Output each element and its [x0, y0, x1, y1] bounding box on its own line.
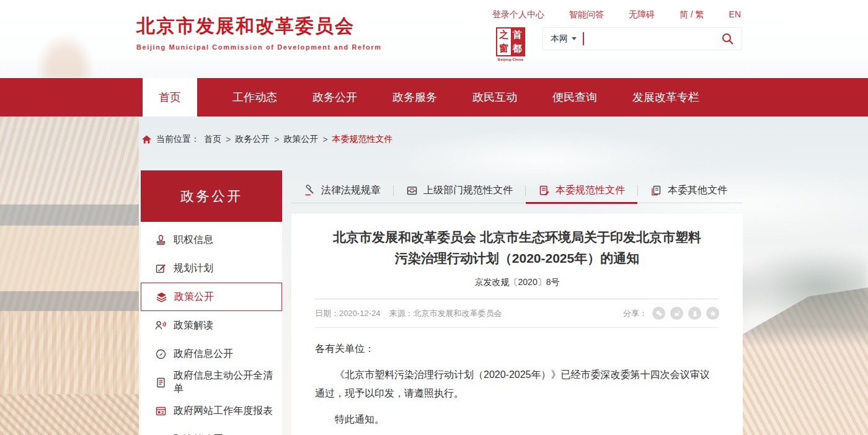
policy-interpret-icon: [155, 320, 167, 332]
breadcrumb-separator: >: [226, 134, 231, 144]
sidebar-menu: 职权信息 规划计划 政策公开 政策解读: [141, 222, 282, 435]
breadcrumb-current: 本委规范性文件: [332, 134, 393, 145]
nav-item-interaction[interactable]: 政民互动: [472, 78, 517, 116]
qq-icon[interactable]: [688, 307, 701, 320]
breadcrumb-prefix: 当前位置：: [156, 134, 200, 145]
tab-committee-other-docs[interactable]: 本委其他文件: [638, 178, 740, 203]
sidebar-item-label: 政府信息公开: [174, 348, 233, 361]
breadcrumb-policy[interactable]: 政策公开: [283, 134, 318, 145]
sidebar-title: 政务公开: [141, 170, 282, 222]
seal-char: 窗: [497, 42, 511, 56]
qzone-icon[interactable]: [706, 307, 719, 320]
site-subtitle: Beijing Municipal Commission of Developm…: [136, 43, 382, 51]
sidebar-item-annual-report[interactable]: 政府网站工作年度报表: [141, 397, 282, 425]
search-input[interactable]: [584, 30, 717, 48]
login-link[interactable]: 登录个人中心: [492, 9, 544, 20]
article-paragraph: 《北京市塑料污染治理行动计划（2020-2025年）》已经市委深改委第十四次会议…: [315, 366, 719, 403]
seal-caption: Beijing-China: [496, 58, 525, 61]
sidebar-item-disclosure-list[interactable]: 政府信息主动公开全清单: [141, 368, 282, 397]
home-icon[interactable]: [141, 134, 152, 144]
weibo-icon[interactable]: [670, 307, 683, 320]
sidebar-item-authority-info[interactable]: 职权信息: [141, 226, 282, 254]
policy-stack-icon: [156, 291, 167, 303]
breadcrumb-home[interactable]: 首页: [204, 134, 221, 145]
tab-committee-normative-docs[interactable]: 本委规范性文件: [526, 178, 637, 203]
active-tab-underline: [526, 202, 637, 204]
gavel-icon: [304, 185, 316, 196]
article-meta: 日期：2020-12-24来源：北京市发展和改革委员会 分享：: [315, 299, 719, 328]
sidebar-item-label: 规划计划: [174, 262, 213, 275]
search-icon[interactable]: [721, 32, 734, 45]
seal-char: 之: [497, 29, 511, 42]
tab-laws-regulations[interactable]: 法律法规规章: [291, 178, 393, 203]
site-title: 北京市发展和改革委员会: [136, 14, 382, 39]
meta-left: 日期：2020-12-24来源：北京市发展和改革委员会: [315, 308, 502, 319]
site-header: 北京市发展和改革委员会 Beijing Municipal Commission…: [0, 0, 868, 78]
nav-item-home[interactable]: 首页: [143, 78, 197, 116]
breadcrumb: 当前位置： 首页 > 政务公开 > 政策公开 > 本委规范性文件: [141, 134, 393, 145]
tab-label: 本委其他文件: [668, 184, 727, 197]
smart-qa-link[interactable]: 智能问答: [569, 9, 604, 20]
page: 北京市发展和改革委员会 Beijing Municipal Commission…: [0, 0, 868, 435]
palace-roof-left: [0, 116, 139, 435]
breadcrumb-gov-affairs[interactable]: 政务公开: [235, 134, 270, 145]
sidebar-item-plans[interactable]: 规划计划: [141, 254, 282, 283]
annual-report-icon: [155, 405, 167, 417]
nav-item-gov-services[interactable]: 政务服务: [392, 78, 437, 116]
article-paragraph: 特此通知。: [315, 410, 719, 429]
disclosure-list-icon: [155, 377, 167, 389]
accessibility-link[interactable]: 无障碍: [629, 9, 655, 20]
nav-item-gov-affairs[interactable]: 政务公开: [312, 78, 357, 116]
search-scope-label: 本网: [551, 33, 568, 45]
document-number: 京发改规〔2020〕8号: [315, 277, 719, 288]
site-logo[interactable]: 北京市发展和改革委员会 Beijing Municipal Commission…: [136, 14, 382, 51]
tab-label: 本委规范性文件: [556, 184, 625, 197]
sidebar-item-budget[interactable]: 预决算公开: [141, 425, 282, 435]
article-body: 各有关单位： 《北京市塑料污染治理行动计划（2020-2025年）》已经市委深改…: [315, 340, 719, 435]
article-source: 北京市发展和改革委员会: [414, 309, 502, 318]
chevron-down-icon: [572, 37, 577, 40]
sidebar-item-label: 预决算公开: [174, 433, 223, 435]
sidebar: 政务公开 职权信息 规划计划 政策公开: [141, 170, 282, 435]
tab-label: 法律法规规章: [321, 184, 381, 197]
document-tabs: 法律法规规章 上级部门规范性文件 本委规范性文件 本委其他文件: [291, 178, 743, 203]
capital-window-seal-icon[interactable]: 之 首 窗 都 Beijing-China: [496, 27, 525, 61]
nav-item-work-news[interactable]: 工作动态: [232, 78, 277, 116]
english-link[interactable]: EN: [729, 9, 741, 20]
stamp-icon: [155, 234, 167, 246]
tab-superior-normative-docs[interactable]: 上级部门规范性文件: [394, 178, 525, 203]
source-label: 来源：: [389, 309, 414, 318]
sidebar-item-policy-interpretation[interactable]: 政策解读: [141, 311, 282, 340]
tab-label: 上级部门规范性文件: [423, 184, 513, 197]
doc-copy-icon: [650, 185, 662, 196]
article-paragraph: 各有关单位：: [315, 340, 719, 358]
sidebar-item-policy-disclosure[interactable]: 政策公开: [141, 283, 282, 311]
article-title: 北京市发展和改革委员会 北京市生态环境局关于印发北京市塑料 污染治理行动计划（2…: [315, 227, 719, 269]
faint-roof-corner: [37, 35, 93, 78]
plan-edit-icon: [155, 263, 167, 275]
sidebar-item-label: 政策公开: [174, 291, 214, 304]
nav-item-reform-column[interactable]: 发展改革专栏: [632, 78, 699, 116]
share-label: 分享：: [623, 308, 647, 319]
article-panel: 北京市发展和改革委员会 北京市生态环境局关于印发北京市塑料 污染治理行动计划（2…: [291, 214, 743, 435]
inbox-icon: [406, 185, 418, 196]
sidebar-item-gov-info-disclosure[interactable]: 政府信息公开: [141, 340, 282, 368]
sidebar-item-label: 政府信息主动公开全清单: [174, 369, 282, 395]
utility-links: 登录个人中心 智能问答 无障碍 简 / 繁 EN: [492, 9, 741, 20]
breadcrumb-separator: >: [322, 134, 327, 144]
sidebar-item-label: 政府网站工作年度报表: [174, 405, 273, 418]
wechat-icon[interactable]: [652, 307, 665, 320]
search-box: 本网: [542, 27, 742, 50]
share-bar: 分享：: [623, 307, 719, 320]
info-disclosure-icon: [155, 348, 167, 360]
article-title-line1: 北京市发展和改革委员会 北京市生态环境局关于印发北京市塑料: [315, 227, 719, 248]
main-nav: 首页 工作动态 政务公开 政务服务 政民互动 便民查询 发展改革专栏: [0, 78, 868, 116]
seal-char: 都: [511, 42, 525, 56]
seal-char: 首: [511, 29, 525, 42]
simplified-traditional-toggle[interactable]: 简 / 繁: [680, 9, 704, 20]
sidebar-item-label: 政策解读: [174, 319, 213, 332]
nav-item-convenience[interactable]: 便民查询: [552, 78, 597, 116]
search-scope-dropdown[interactable]: 本网: [551, 33, 577, 45]
date-label: 日期：: [315, 309, 339, 318]
search-area: 之 首 窗 都 Beijing-China 本网: [496, 27, 742, 61]
